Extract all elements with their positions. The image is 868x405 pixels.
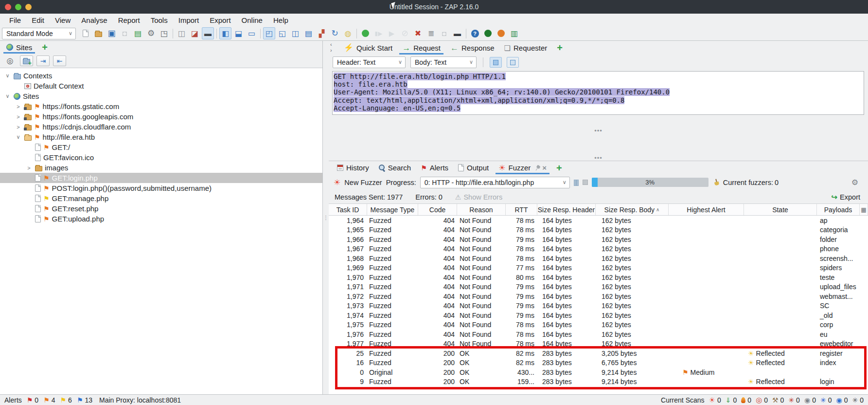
column-header[interactable]: Size Resp. Header (537, 204, 596, 215)
table-row[interactable]: 1,964Fuzzed404Not Found78 ms164 bytes162… (329, 216, 868, 225)
console-button-icon[interactable]: ▬ (202, 27, 214, 39)
new-session-icon[interactable] (79, 27, 91, 39)
column-header[interactable]: Code (418, 204, 457, 215)
menu-report[interactable]: Report (113, 16, 145, 24)
import-context-button[interactable]: ⇥ (36, 55, 50, 66)
column-header[interactable]: Task ID (329, 204, 367, 215)
alert-flag-count[interactable]: ⚑4 (43, 396, 55, 404)
add-request-tab-button[interactable]: + (552, 43, 567, 53)
notebook-icon[interactable]: ▥ (508, 27, 520, 39)
column-header[interactable]: Message Type (367, 204, 418, 215)
tree-item[interactable]: ⚑POST:login.php()(password,submitted,use… (0, 183, 322, 193)
menu-tools[interactable]: Tools (145, 16, 173, 24)
menu-edit[interactable]: Edit (26, 16, 50, 24)
maximize-window-button[interactable] (15, 4, 21, 10)
continue-button-icon[interactable]: ▶ (386, 27, 398, 39)
menu-import[interactable]: Import (173, 16, 205, 24)
scope-target-icon[interactable] (482, 27, 494, 39)
expander-open-icon[interactable]: ∨ (4, 73, 11, 79)
tree-item[interactable]: ∨Contexts (0, 71, 322, 81)
export-context-button[interactable]: ⇤ (53, 55, 66, 66)
add-bottom-tab-button[interactable]: + (552, 163, 567, 173)
column-header[interactable]: Reason (457, 204, 506, 215)
close-tab-icon[interactable]: × (542, 164, 547, 172)
expander-closed-icon[interactable]: > (15, 124, 22, 130)
tree-item[interactable]: >⚑https://fonts.googleapis.com (0, 111, 322, 122)
tree-item[interactable]: Default Context (0, 81, 322, 91)
close-window-button[interactable] (5, 4, 11, 10)
cassette-icon[interactable]: ▬ (451, 27, 463, 39)
alert-flag-count[interactable]: ⚑6 (60, 396, 72, 404)
table-row[interactable]: 1,970Fuzzed404Not Found80 ms164 bytes162… (329, 273, 868, 282)
column-header[interactable]: State (744, 204, 817, 215)
new-context-button[interactable]: + (20, 55, 33, 66)
stop-button-icon[interactable]: ⊘ (399, 27, 411, 39)
stop-fuzzer-button[interactable] (583, 180, 588, 185)
tab-scroll-buttons[interactable]: ‹› (330, 41, 332, 53)
tab-quick-start[interactable]: ⚡Quick Start (339, 41, 397, 55)
menu-file[interactable]: File (4, 16, 26, 24)
export-button[interactable]: ↪ Export (832, 193, 863, 201)
snapshot-icon[interactable]: ◘ (119, 27, 131, 39)
tab-fuzzer[interactable]: ☀Fuzzer× (494, 161, 551, 174)
alert-flag-count[interactable]: ⚑0 (27, 396, 38, 404)
expander-open-icon[interactable]: ∨ (4, 93, 11, 99)
lightbulb-icon[interactable]: ◍ (342, 27, 354, 39)
expander-closed-icon[interactable]: > (15, 114, 22, 120)
save-session-icon[interactable]: ▣ (106, 27, 118, 39)
tab-response[interactable]: ←Response (446, 41, 499, 55)
help-button-icon[interactable]: ? (469, 27, 481, 39)
session-properties-icon[interactable]: ◳ (158, 27, 170, 39)
tab-alerts[interactable]: ⚑Alerts (416, 161, 453, 174)
header-view-select[interactable]: Header: Text (333, 56, 406, 68)
layout-full-icon[interactable]: ▭ (246, 27, 258, 39)
request-editor[interactable]: GET http://file.era.htb/login.php HTTP/1… (332, 71, 864, 115)
pin-icon[interactable] (533, 164, 542, 172)
proxy-off-icon[interactable]: ◪ (189, 27, 201, 39)
new-fuzzer-button[interactable]: New Fuzzer (344, 179, 382, 186)
tree-item[interactable]: ⚑GET:reset.php (0, 203, 322, 214)
menu-view[interactable]: View (50, 16, 76, 24)
blocks-icon[interactable]: ▞ (316, 27, 328, 39)
request-resize-grip[interactable]: ••• (329, 129, 868, 132)
menu-analyse[interactable]: Analyse (76, 16, 112, 24)
proxy-on-icon[interactable]: ◫ (176, 27, 188, 39)
mode-select[interactable]: Standard Mode (2, 28, 76, 39)
table-options-icon[interactable]: ▦ (860, 204, 868, 215)
tree-item[interactable]: >⚑https://cdnjs.cloudflare.com (0, 122, 322, 132)
show-errors-button[interactable]: ⚠ Show Errors (455, 193, 502, 201)
column-header[interactable]: RTT (506, 204, 537, 215)
break-x-icon[interactable]: ✖ (412, 27, 424, 39)
layout-split-icon[interactable]: ⬓ (232, 27, 245, 39)
add-panel-tab-button[interactable]: + (37, 42, 52, 52)
tab-sites[interactable]: Sites (2, 41, 36, 54)
report-icon[interactable]: ▤ (132, 27, 144, 39)
table-row[interactable]: 1,967Fuzzed404Not Found78 ms164 bytes162… (329, 244, 868, 254)
tree-item[interactable]: >images (0, 163, 322, 173)
table-row[interactable]: 1,965Fuzzed404Not Found78 ms164 bytes162… (329, 225, 868, 235)
tab-layout-1-icon[interactable]: ◰ (263, 27, 275, 39)
table-row[interactable]: 16Fuzzed200OK82 ms283 bytes6,765 bytes☀R… (329, 358, 868, 368)
table-row[interactable]: 1,968Fuzzed404Not Found78 ms164 bytes162… (329, 254, 868, 263)
body-view-select[interactable]: Body: Text (410, 56, 477, 68)
expander-closed-icon[interactable]: > (15, 104, 22, 110)
step-button-icon[interactable]: ▮▶ (372, 27, 385, 39)
table-row[interactable]: 1,969Fuzzed404Not Found77 ms164 bytes162… (329, 263, 868, 273)
tree-item[interactable]: GET:favicon.ico (0, 152, 322, 163)
tree-item[interactable]: ⚑GET:upload.php (0, 214, 322, 224)
alert-flag-count[interactable]: ⚑13 (77, 396, 92, 404)
tree-item[interactable]: ⚑GET:login.php (0, 173, 322, 183)
menu-export[interactable]: Export (204, 16, 236, 24)
tree-item[interactable]: ⚑GET:/ (0, 142, 322, 152)
split-view-toggle-button[interactable] (507, 57, 519, 68)
menu-help[interactable]: Help (268, 16, 294, 24)
table-row[interactable]: 1,973Fuzzed404Not Found79 ms164 bytes162… (329, 301, 868, 311)
table-row[interactable]: 1,975Fuzzed404Not Found78 ms164 bytes162… (329, 320, 868, 330)
minimize-window-button[interactable] (25, 4, 32, 10)
table-row[interactable]: 1,966Fuzzed404Not Found79 ms164 bytes162… (329, 235, 868, 244)
table-row[interactable]: 1,972Fuzzed404Not Found79 ms164 bytes162… (329, 292, 868, 301)
tree-item[interactable]: >⚑https://fonts.gstatic.com (0, 101, 322, 111)
record-button-icon[interactable] (359, 27, 372, 39)
tab-layout-3-icon[interactable]: ◫ (289, 27, 301, 39)
expander-closed-icon[interactable]: > (25, 165, 33, 171)
